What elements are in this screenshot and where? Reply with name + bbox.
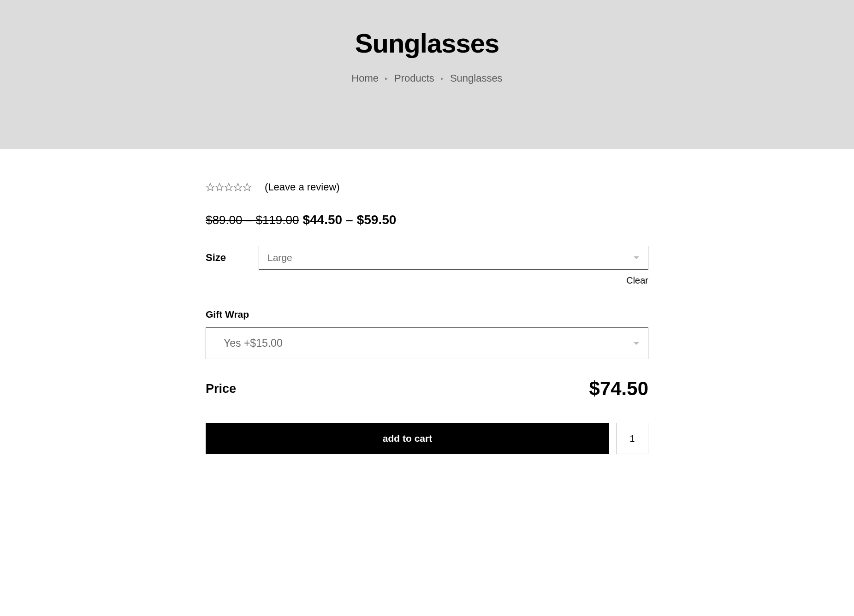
add-to-cart-button[interactable]: add to cart <box>206 423 609 454</box>
size-select-wrapper: Large <box>259 246 648 270</box>
breadcrumb-home[interactable]: Home <box>351 72 379 84</box>
giftwrap-select[interactable]: Yes +$15.00 <box>206 327 648 359</box>
price-range: $89.00 – $119.00 $44.50 – $59.50 <box>206 213 648 227</box>
size-select[interactable]: Large <box>259 246 648 270</box>
chevron-down-icon <box>634 256 639 259</box>
star-icon <box>243 183 252 192</box>
quantity-input[interactable] <box>616 423 648 454</box>
chevron-right-icon: ▸ <box>385 75 388 82</box>
sale-price-low: $44.50 <box>302 213 342 227</box>
giftwrap-label: Gift Wrap <box>206 309 648 320</box>
product-detail: (Leave a review) $89.00 – $119.00 $44.50… <box>206 149 648 473</box>
page-title: Sunglasses <box>0 28 854 59</box>
price-total-label: Price <box>206 382 236 396</box>
chevron-right-icon: ▸ <box>441 75 444 82</box>
breadcrumb-products[interactable]: Products <box>394 72 434 84</box>
star-icon <box>224 183 233 192</box>
breadcrumb: Home ▸ Products ▸ Sunglasses <box>0 72 854 84</box>
giftwrap-selected-value: Yes +$15.00 <box>224 337 283 349</box>
price-total-row: Price $74.50 <box>206 378 648 400</box>
sale-price-high: $59.50 <box>357 213 397 227</box>
rating-stars[interactable] <box>206 183 252 192</box>
review-row: (Leave a review) <box>206 181 648 193</box>
svg-marker-3 <box>234 184 242 191</box>
clear-button[interactable]: Clear <box>626 275 648 285</box>
svg-marker-0 <box>207 184 214 191</box>
svg-marker-4 <box>243 184 251 191</box>
page-header: Sunglasses Home ▸ Products ▸ Sunglasses <box>0 0 854 149</box>
size-label: Size <box>206 252 259 264</box>
breadcrumb-current: Sunglasses <box>450 72 503 84</box>
price-total-value: $74.50 <box>589 378 648 400</box>
size-option-row: Size Large <box>206 246 648 270</box>
star-icon <box>233 183 243 192</box>
size-selected-value: Large <box>267 252 292 263</box>
star-icon <box>215 183 224 192</box>
price-separator: – <box>346 213 353 227</box>
cart-row: add to cart <box>206 423 648 454</box>
chevron-down-icon <box>634 342 639 345</box>
svg-marker-1 <box>216 184 224 191</box>
old-price-range: $89.00 – $119.00 <box>206 213 299 227</box>
clear-row: Clear <box>206 275 648 286</box>
leave-review-link[interactable]: (Leave a review) <box>265 181 340 193</box>
svg-marker-2 <box>225 184 233 191</box>
star-icon <box>206 183 215 192</box>
